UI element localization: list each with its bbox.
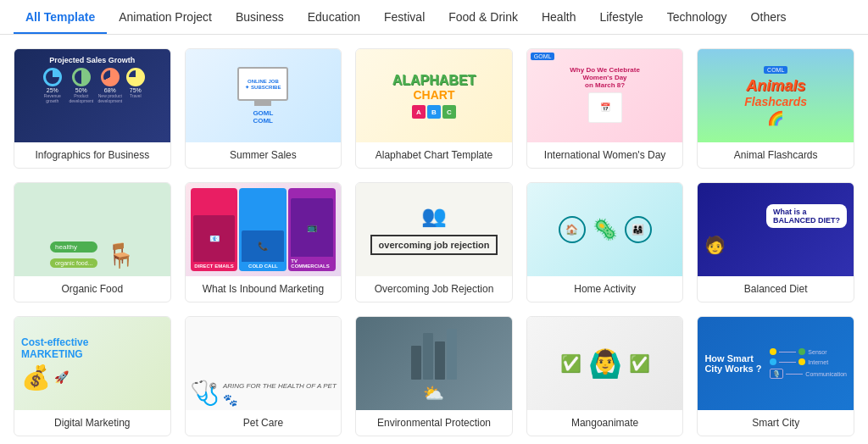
card-label-alphabet: Alaphabet Chart Template (356, 142, 512, 168)
card-home[interactable]: 🏠 🦠 👨‍👩‍👧 Home Activity (526, 182, 684, 302)
card-diet[interactable]: What is aBALANCED DIET? 🧑 Balanced Diet (697, 182, 854, 302)
main-nav: All TemplateAnimation ProjectBusinessEdu… (0, 0, 868, 35)
card-summer[interactable]: ONLINE JOB✦ SUBSCRIBE GOMLCOML Summer Sa… (185, 48, 342, 169)
card-thumb-inbound: 📧 DIRECT EMAILS 📞 COLD CALL 📺 TV COMMERC… (186, 183, 342, 276)
card-label-inbound: What Is Inbound Marketing (186, 276, 342, 302)
nav-item-education[interactable]: Education (296, 0, 372, 34)
nav-item-technology[interactable]: Technology (655, 0, 739, 34)
card-thumb-womens: GOML Why Do We CelebrateWomen's Dayon Ma… (527, 49, 683, 142)
card-infographics[interactable]: Projected Sales Growth 25% Revenue growt… (14, 48, 171, 169)
card-thumb-diet: What is aBALANCED DIET? 🧑 (698, 183, 854, 276)
card-alphabet[interactable]: ALAPHABET CHART A B C Alaphabet Chart Te… (355, 48, 513, 169)
card-mango[interactable]: ✅ 🙆‍♂️ ✅ Mangoanimate (526, 316, 684, 436)
card-label-diet: Balanced Diet (698, 276, 854, 302)
card-marketing[interactable]: Cost-effectiveMARKETING 💰 🚀 Digital Mark… (14, 316, 171, 436)
card-smartcity[interactable]: How Smart City Works ? Sensor In (697, 316, 854, 436)
nav-item-food-&-drink[interactable]: Food & Drink (437, 0, 530, 34)
card-petcare[interactable]: 🩺 ARING FOR THE HEALTH OF A PET 🐾 Pet Ca… (185, 316, 342, 436)
card-thumb-summer: ONLINE JOB✦ SUBSCRIBE GOMLCOML (186, 49, 342, 142)
card-label-mango: Mangoanimate (527, 410, 683, 436)
card-thumb-alphabet: ALAPHABET CHART A B C (356, 49, 512, 142)
card-label-animals: Animal Flashcards (698, 142, 854, 168)
nav-item-all-template[interactable]: All Template (14, 0, 107, 34)
card-label-environmental: Environmental Protection (356, 410, 512, 436)
card-label-womens: International Women's Day (527, 142, 683, 168)
nav-item-health[interactable]: Health (530, 0, 587, 34)
card-womens[interactable]: GOML Why Do We CelebrateWomen's Dayon Ma… (526, 48, 684, 169)
card-label-summer: Summer Sales (186, 142, 342, 168)
card-label-home: Home Activity (527, 276, 683, 302)
card-environmental[interactable]: ⛅ Environmental Protection (355, 316, 513, 436)
card-inbound[interactable]: 📧 DIRECT EMAILS 📞 COLD CALL 📺 TV COMMERC… (185, 182, 342, 302)
card-thumb-home: 🏠 🦠 👨‍👩‍👧 (527, 183, 683, 276)
card-label-petcare: Pet Care (186, 410, 342, 436)
card-organic[interactable]: healthy organic food... 🪑 Organic Food (14, 182, 171, 302)
nav-item-festival[interactable]: Festival (372, 0, 437, 34)
card-rejection[interactable]: 👥 overcoming job rejection Overcoming Jo… (355, 182, 513, 302)
card-thumb-rejection: 👥 overcoming job rejection (356, 183, 512, 276)
card-label-smartcity: Smart City (698, 410, 854, 436)
card-label-organic: Organic Food (14, 276, 170, 302)
card-thumb-marketing: Cost-effectiveMARKETING 💰 🚀 (14, 317, 170, 410)
card-thumb-petcare: 🩺 ARING FOR THE HEALTH OF A PET 🐾 (186, 317, 342, 410)
card-thumb-environmental: ⛅ (356, 317, 512, 410)
card-label-infographics: Infographics for Business (14, 142, 170, 168)
nav-item-animation-project[interactable]: Animation Project (107, 0, 224, 34)
card-thumb-infographics: Projected Sales Growth 25% Revenue growt… (14, 49, 170, 142)
card-thumb-animals: COML Animals Flashcards 🌈 (698, 49, 854, 142)
nav-item-business[interactable]: Business (224, 0, 296, 34)
nav-item-lifestyle[interactable]: Lifestyle (587, 0, 654, 34)
card-thumb-mango: ✅ 🙆‍♂️ ✅ (527, 317, 683, 410)
card-label-rejection: Overcoming Job Rejection (356, 276, 512, 302)
card-animals[interactable]: COML Animals Flashcards 🌈 Animal Flashca… (697, 48, 854, 169)
card-label-marketing: Digital Marketing (14, 410, 170, 436)
template-grid: Projected Sales Growth 25% Revenue growt… (0, 35, 868, 444)
card-thumb-smartcity: How Smart City Works ? Sensor In (698, 317, 854, 410)
nav-item-others[interactable]: Others (739, 0, 798, 34)
card-thumb-organic: healthy organic food... 🪑 (14, 183, 170, 276)
